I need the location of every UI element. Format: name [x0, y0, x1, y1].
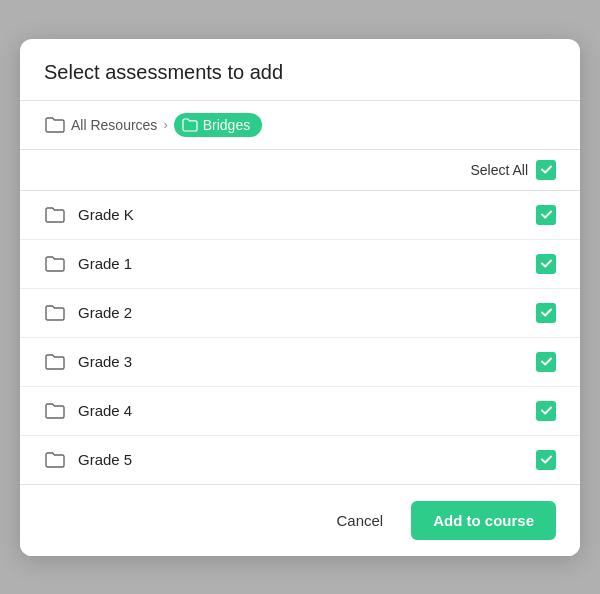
- grade-item-5[interactable]: Grade 5: [20, 436, 580, 484]
- modal-title: Select assessments to add: [44, 61, 283, 83]
- grade-item-k[interactable]: Grade K: [20, 191, 580, 240]
- select-all-row: Select All: [20, 150, 580, 191]
- grade-1-checkbox[interactable]: [536, 254, 556, 274]
- folder-icon-1: [44, 255, 66, 273]
- breadcrumb: All Resources › Bridges: [20, 101, 580, 150]
- breadcrumb-all-resources[interactable]: All Resources: [44, 116, 157, 134]
- grade-5-label: Grade 5: [78, 451, 132, 468]
- folder-icon-5: [44, 451, 66, 469]
- folder-icon-k: [44, 206, 66, 224]
- grade-1-checkmark-icon: [540, 257, 553, 270]
- grade-3-checkmark-icon: [540, 355, 553, 368]
- add-to-course-button[interactable]: Add to course: [411, 501, 556, 540]
- select-all-label: Select All: [470, 162, 528, 178]
- grade-item-1[interactable]: Grade 1: [20, 240, 580, 289]
- grade-k-checkmark-icon: [540, 208, 553, 221]
- breadcrumb-bridges-chip[interactable]: Bridges: [174, 113, 262, 137]
- modal-header: Select assessments to add: [20, 39, 580, 101]
- modal: Select assessments to add All Resources …: [20, 39, 580, 556]
- grade-2-checkmark-icon: [540, 306, 553, 319]
- cancel-button[interactable]: Cancel: [320, 502, 399, 539]
- folder-icon: [44, 116, 66, 134]
- grade-4-checkbox[interactable]: [536, 401, 556, 421]
- grade-5-checkmark-icon: [540, 453, 553, 466]
- grade-2-label: Grade 2: [78, 304, 132, 321]
- grade-1-label: Grade 1: [78, 255, 132, 272]
- grade-item-2[interactable]: Grade 2: [20, 289, 580, 338]
- grade-k-checkbox[interactable]: [536, 205, 556, 225]
- folder-icon-2: [44, 304, 66, 322]
- breadcrumb-chevron: ›: [163, 117, 167, 132]
- grade-5-checkbox[interactable]: [536, 450, 556, 470]
- grade-3-checkbox[interactable]: [536, 352, 556, 372]
- all-resources-label: All Resources: [71, 117, 157, 133]
- grade-list: Grade K Grade 1: [20, 191, 580, 484]
- grade-4-checkmark-icon: [540, 404, 553, 417]
- folder-icon-4: [44, 402, 66, 420]
- select-all-checkmark-icon: [540, 163, 553, 176]
- bridges-label: Bridges: [203, 117, 250, 133]
- grade-item-3[interactable]: Grade 3: [20, 338, 580, 387]
- modal-footer: Cancel Add to course: [20, 484, 580, 556]
- folder-icon-3: [44, 353, 66, 371]
- grade-k-label: Grade K: [78, 206, 134, 223]
- grade-item-4[interactable]: Grade 4: [20, 387, 580, 436]
- select-all-checkbox[interactable]: [536, 160, 556, 180]
- grade-3-label: Grade 3: [78, 353, 132, 370]
- grade-4-label: Grade 4: [78, 402, 132, 419]
- chip-folder-icon: [182, 118, 198, 132]
- grade-2-checkbox[interactable]: [536, 303, 556, 323]
